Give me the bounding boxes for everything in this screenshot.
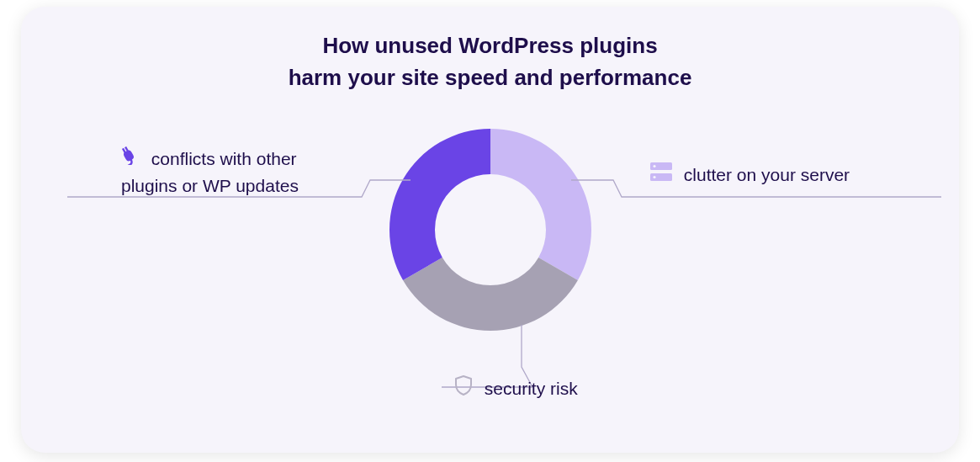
shield-icon xyxy=(454,375,473,402)
donut-chart xyxy=(389,129,591,331)
callout-security-label: security risk xyxy=(485,379,578,398)
callout-clutter: clutter on your server xyxy=(650,162,945,189)
svg-point-2 xyxy=(653,165,655,167)
plug-icon xyxy=(118,146,140,172)
callout-security: security risk xyxy=(454,375,673,403)
callout-conflicts-label-line1: conflicts with other xyxy=(151,149,297,168)
slice-clutter xyxy=(490,129,591,280)
slice-conflicts xyxy=(389,129,490,280)
donut-svg xyxy=(389,129,591,331)
svg-point-3 xyxy=(653,176,655,178)
slice-security xyxy=(403,258,578,331)
callout-clutter-label: clutter on your server xyxy=(684,165,850,184)
server-icon xyxy=(650,162,672,188)
chart-area: clutter on your server conflicts with ot… xyxy=(21,7,959,453)
callout-conflicts-label-line2: plugins or WP updates xyxy=(121,176,299,195)
chart-card: How unused WordPress plugins harm your s… xyxy=(21,7,959,453)
callout-conflicts: conflicts with other plugins or WP updat… xyxy=(118,146,370,199)
